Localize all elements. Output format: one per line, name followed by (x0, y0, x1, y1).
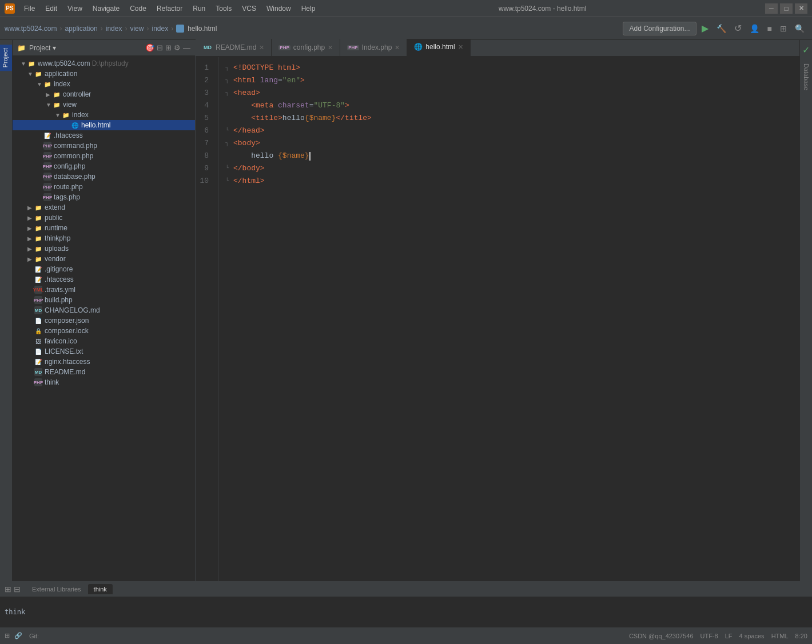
menu-file[interactable]: File (19, 3, 39, 14)
tree-license[interactable]: 📄 LICENSE.txt (13, 346, 195, 357)
token-21: <html (233, 74, 256, 87)
database-tab[interactable]: Database (801, 60, 811, 94)
maximize-button[interactable]: □ (780, 3, 793, 14)
tree-travis-yml[interactable]: YML .travis.yml (13, 285, 195, 295)
code-editor[interactable]: ┐ <!DOCTYPE html> ┐ <html lang = "en" > … (218, 57, 799, 581)
menu-view[interactable]: View (63, 3, 87, 14)
search-button[interactable]: 🔍 (792, 22, 807, 35)
breadcrumb-root[interactable]: www.tp5024.com (5, 25, 57, 33)
breadcrumb-file[interactable]: hello.html (188, 25, 217, 33)
tab-index[interactable]: PHP Index.php ✕ (340, 39, 407, 56)
encoding-status[interactable]: UTF-8 (700, 633, 718, 639)
fold-6[interactable]: └ (225, 125, 233, 137)
tree-view-index[interactable]: ▼ 📁 index (13, 110, 195, 120)
tree-database-php[interactable]: PHP database.php (13, 171, 195, 182)
tree-extend[interactable]: ▶ 📁 extend (13, 202, 195, 213)
index-tab-close[interactable]: ✕ (395, 44, 400, 51)
graph-icon[interactable]: ⊟ (14, 585, 21, 594)
tree-changelog[interactable]: MD CHANGELOG.md (13, 305, 195, 315)
hello-tab-close[interactable]: ✕ (458, 43, 463, 51)
project-tab[interactable]: Project (0, 45, 12, 71)
reload-button[interactable]: ↺ (731, 21, 745, 35)
tree-controller[interactable]: ▶ 📁 controller (13, 89, 195, 99)
run-button[interactable]: ▶ (699, 21, 711, 35)
readme-md-icon: MD (34, 368, 42, 376)
menu-window[interactable]: Window (262, 3, 296, 14)
command-php-icon: PHP (43, 142, 51, 150)
tree-index-folder[interactable]: ▼ 📁 index (13, 79, 195, 89)
fold-1[interactable]: ┐ (225, 62, 233, 74)
settings-icon[interactable]: ⚙ (174, 43, 181, 52)
tree-hello-html[interactable]: 🌐 hello.html (13, 120, 195, 130)
tree-command-php[interactable]: PHP command.php (13, 141, 195, 151)
fold-9[interactable]: └ (225, 162, 233, 175)
structure-status-icon[interactable]: ⊞ (5, 632, 10, 639)
tree-root[interactable]: ▼ 📁 www.tp5024.com D:\phpstudy (13, 58, 195, 69)
tree-uploads[interactable]: ▶ 📁 uploads (13, 243, 195, 254)
fold-3[interactable]: ┐ (225, 87, 233, 99)
tree-application[interactable]: ▼ 📁 application (13, 69, 195, 79)
view-icon: 📁 (53, 101, 61, 109)
fold-7[interactable]: ┐ (225, 137, 233, 150)
menu-vcs[interactable]: VCS (237, 3, 261, 14)
tree-tags-php[interactable]: PHP tags.php (13, 192, 195, 202)
config-tab-close[interactable]: ✕ (328, 44, 333, 51)
tree-config-php[interactable]: PHP config.php (13, 161, 195, 171)
minimize-button[interactable]: ─ (765, 3, 778, 14)
tree-nginx-htaccess[interactable]: 📝 nginx.htaccess (13, 357, 195, 367)
readme-tab-close[interactable]: ✕ (259, 44, 264, 51)
tab-readme[interactable]: MD README.md ✕ (196, 39, 272, 56)
bottom-tab-think[interactable]: think (88, 584, 113, 594)
breadcrumb-index[interactable]: index (106, 25, 122, 33)
menu-refactor[interactable]: Refactor (152, 3, 187, 14)
tree-readme[interactable]: MD README.md (13, 367, 195, 377)
lang-status[interactable]: HTML (771, 633, 789, 639)
fold-2[interactable]: ┐ (225, 74, 233, 87)
gitignore-icon: 📝 (34, 265, 42, 273)
build-button[interactable]: 🔨 (714, 22, 729, 35)
layout-button[interactable]: ⊞ (777, 22, 790, 35)
bottom-tab-external[interactable]: External Libraries (26, 584, 87, 594)
fold-10[interactable]: └ (225, 175, 233, 187)
tree-public[interactable]: ▶ 📁 public (13, 213, 195, 223)
menu-run[interactable]: Run (188, 3, 210, 14)
tree-root-htaccess[interactable]: 📝 .htaccess (13, 274, 195, 285)
tree-view[interactable]: ▼ 📁 view (13, 99, 195, 110)
menu-navigate[interactable]: Navigate (88, 3, 124, 14)
tree-common-php[interactable]: PHP common.php (13, 151, 195, 161)
tree-route-php[interactable]: PHP route.php (13, 182, 195, 192)
code-line-5: <title> hello {$name} </title> (225, 112, 799, 125)
add-configuration-button[interactable]: Add Configuration... (623, 22, 696, 35)
tree-favicon[interactable]: 🖼 favicon.ico (13, 336, 195, 346)
menu-code[interactable]: Code (125, 3, 151, 14)
structure-icon[interactable]: ⊞ (5, 585, 11, 594)
expand-icon[interactable]: ⊞ (165, 43, 172, 52)
tab-hello[interactable]: 🌐 hello.html ✕ (407, 39, 470, 56)
tree-runtime[interactable]: ▶ 📁 runtime (13, 223, 195, 233)
tree-think[interactable]: PHP think (13, 377, 195, 387)
tree-gitignore[interactable]: 📝 .gitignore (13, 264, 195, 274)
external-status-icon[interactable]: 🔗 (14, 632, 22, 639)
stop-button[interactable]: ■ (765, 22, 775, 35)
hide-icon[interactable]: — (183, 43, 190, 52)
close-button[interactable]: ✕ (795, 3, 807, 14)
menu-tools[interactable]: Tools (211, 3, 236, 14)
tree-vendor[interactable]: ▶ 📁 vendor (13, 254, 195, 264)
locate-icon[interactable]: 🎯 (145, 43, 154, 52)
breadcrumb-view[interactable]: view (130, 25, 144, 33)
profile-button[interactable]: 👤 (747, 22, 762, 35)
menu-edit[interactable]: Edit (41, 3, 62, 14)
breadcrumb-sep-5: › (171, 25, 173, 33)
tree-htaccess[interactable]: 📝 .htaccess (13, 130, 195, 141)
tree-composer-json[interactable]: 📄 composer.json (13, 315, 195, 326)
breadcrumb-index2[interactable]: index (152, 25, 168, 33)
tree-composer-lock[interactable]: 🔒 composer.lock (13, 326, 195, 336)
indent-status[interactable]: 4 spaces (739, 633, 765, 639)
collapse-all-icon[interactable]: ⊟ (157, 43, 163, 52)
tree-build-php[interactable]: PHP build.php (13, 295, 195, 305)
line-sep-status[interactable]: LF (725, 633, 733, 639)
tree-thinkphp[interactable]: ▶ 📁 thinkphp (13, 233, 195, 243)
menu-help[interactable]: Help (297, 3, 320, 14)
tab-config[interactable]: PHP config.php ✕ (272, 39, 340, 56)
breadcrumb-application[interactable]: application (65, 25, 97, 33)
